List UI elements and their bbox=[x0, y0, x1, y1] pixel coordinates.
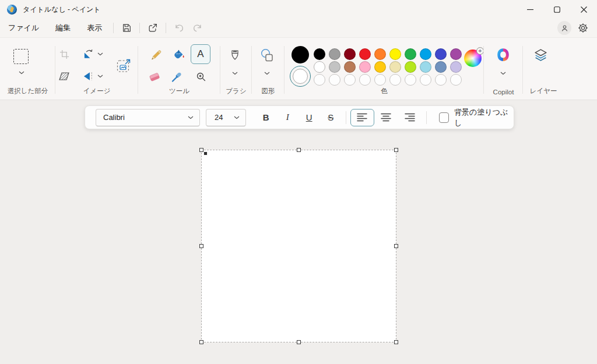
color-swatch[interactable] bbox=[329, 61, 340, 73]
section-label-layers: レイヤー bbox=[523, 87, 564, 96]
color-swatch[interactable] bbox=[359, 61, 371, 73]
canvas-area[interactable]: Calibri 24 B I U S 背景の塗り bbox=[0, 100, 597, 364]
strikethrough-button[interactable]: S bbox=[320, 109, 342, 126]
color-swatch[interactable] bbox=[420, 48, 431, 60]
ribbon-section-layers: レイヤー bbox=[523, 38, 564, 100]
empty-color-swatch[interactable] bbox=[405, 74, 416, 86]
color-swatch[interactable] bbox=[389, 48, 401, 60]
cursor-square bbox=[203, 151, 208, 156]
background-color-swatch[interactable] bbox=[290, 66, 311, 87]
edit-colors-button[interactable]: + bbox=[464, 50, 482, 67]
color-swatch[interactable] bbox=[329, 48, 340, 60]
save-button[interactable] bbox=[117, 20, 136, 36]
empty-color-swatch[interactable] bbox=[435, 74, 447, 86]
menu-file[interactable]: ファイル bbox=[1, 20, 47, 36]
color-swatch[interactable] bbox=[374, 48, 386, 60]
crop-button[interactable] bbox=[57, 47, 71, 61]
empty-color-swatch[interactable] bbox=[359, 74, 371, 86]
close-button[interactable] bbox=[570, 0, 597, 19]
fill-tool-button[interactable] bbox=[172, 48, 186, 62]
color-swatch[interactable] bbox=[450, 61, 462, 73]
bold-button[interactable]: B bbox=[255, 109, 277, 126]
color-swatch[interactable] bbox=[389, 61, 401, 73]
save-icon bbox=[121, 23, 132, 33]
empty-color-swatch[interactable] bbox=[450, 74, 462, 86]
empty-color-swatch[interactable] bbox=[374, 74, 386, 86]
menu-view[interactable]: 表示 bbox=[79, 20, 110, 36]
color-swatch[interactable] bbox=[374, 61, 386, 73]
resize-handle-middle-left[interactable] bbox=[199, 244, 203, 248]
empty-color-swatch[interactable] bbox=[344, 74, 356, 86]
ribbon-section-image: イメージ bbox=[55, 38, 138, 100]
flip-button[interactable] bbox=[82, 69, 96, 83]
resize-handle-middle-right[interactable] bbox=[394, 244, 398, 248]
selection-tool-button[interactable] bbox=[10, 46, 31, 67]
empty-color-swatch[interactable] bbox=[329, 74, 340, 86]
align-center-button[interactable] bbox=[374, 109, 398, 126]
flip-dropdown-button[interactable] bbox=[97, 73, 104, 79]
resize-handle-bottom-left[interactable] bbox=[199, 340, 203, 344]
rotate-dropdown-button[interactable] bbox=[97, 51, 104, 57]
color-picker-tool-button[interactable] bbox=[170, 70, 184, 84]
color-swatch[interactable] bbox=[314, 61, 325, 73]
shapes-dropdown-button[interactable] bbox=[264, 70, 271, 76]
magnifier-tool-button[interactable] bbox=[194, 70, 208, 84]
divider bbox=[346, 111, 346, 124]
resize-handle-bottom-middle[interactable] bbox=[297, 340, 301, 344]
resize-handle-top-right[interactable] bbox=[394, 148, 398, 152]
text-box[interactable] bbox=[201, 150, 396, 342]
color-swatch[interactable] bbox=[405, 48, 416, 60]
align-right-button[interactable] bbox=[398, 109, 422, 126]
window-title: タイトルなし - ペイント bbox=[23, 5, 100, 15]
brush-button[interactable] bbox=[228, 48, 242, 64]
minimize-button[interactable] bbox=[517, 0, 543, 19]
ribbon: 選択した部分 イメージ bbox=[0, 37, 597, 100]
ribbon-section-copilot: Copilot bbox=[484, 38, 523, 100]
copilot-dropdown-button[interactable] bbox=[500, 70, 507, 76]
copilot-button[interactable] bbox=[495, 47, 511, 63]
color-swatch[interactable] bbox=[450, 48, 462, 60]
settings-button[interactable] bbox=[575, 20, 591, 36]
font-size-select[interactable]: 24 bbox=[206, 109, 246, 126]
selection-dropdown-button[interactable] bbox=[18, 70, 25, 76]
align-left-button[interactable] bbox=[350, 109, 374, 126]
underline-button[interactable]: U bbox=[298, 109, 320, 126]
color-swatch[interactable] bbox=[435, 61, 447, 73]
eraser-tool-button[interactable] bbox=[148, 70, 161, 84]
foreground-color-swatch[interactable] bbox=[292, 46, 309, 63]
color-swatch[interactable] bbox=[344, 48, 356, 60]
redo-button[interactable] bbox=[188, 20, 207, 36]
empty-color-swatch[interactable] bbox=[314, 74, 325, 86]
section-label-selection: 選択した部分 bbox=[0, 87, 55, 96]
account-button[interactable] bbox=[557, 21, 571, 35]
color-swatch[interactable] bbox=[420, 61, 431, 73]
chevron-down-icon bbox=[188, 116, 194, 119]
resize-handle-top-middle[interactable] bbox=[297, 148, 301, 152]
font-family-select[interactable]: Calibri bbox=[96, 109, 200, 126]
resize-handle-top-left[interactable] bbox=[199, 148, 203, 152]
rotate-button[interactable] bbox=[82, 47, 96, 61]
layers-button[interactable] bbox=[533, 47, 548, 62]
color-swatch[interactable] bbox=[344, 61, 356, 73]
resize-skew-button[interactable] bbox=[57, 69, 71, 83]
menu-edit[interactable]: 編集 bbox=[48, 20, 78, 36]
resize-handle-bottom-right[interactable] bbox=[394, 340, 398, 344]
italic-button[interactable]: I bbox=[277, 109, 298, 126]
brush-dropdown-button[interactable] bbox=[231, 70, 238, 76]
layers-icon bbox=[533, 48, 548, 62]
color-swatch[interactable] bbox=[435, 48, 447, 60]
color-swatch[interactable] bbox=[314, 48, 325, 60]
maximize-button[interactable] bbox=[543, 0, 570, 19]
color-swatch[interactable] bbox=[405, 61, 416, 73]
canvas-resize-button[interactable] bbox=[115, 56, 132, 74]
undo-button[interactable] bbox=[170, 20, 188, 36]
empty-color-swatch[interactable] bbox=[420, 74, 431, 86]
share-button[interactable] bbox=[143, 20, 162, 36]
text-tool-button[interactable]: A bbox=[191, 44, 210, 64]
background-fill-label: 背景の塗りつぶし bbox=[454, 107, 514, 128]
color-swatch[interactable] bbox=[359, 48, 371, 60]
pencil-tool-button[interactable] bbox=[149, 48, 163, 62]
empty-color-swatch[interactable] bbox=[389, 74, 401, 86]
shapes-button[interactable] bbox=[259, 47, 275, 63]
background-fill-checkbox[interactable] bbox=[439, 112, 449, 123]
